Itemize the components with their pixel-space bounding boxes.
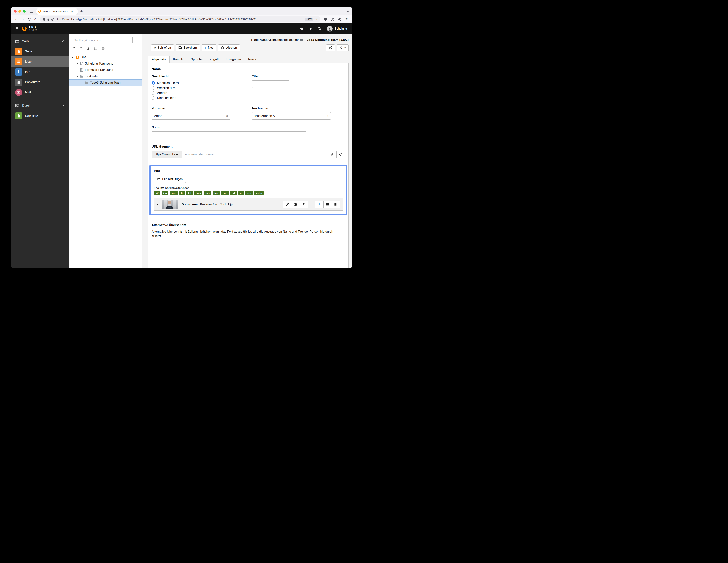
tree-search-input[interactable] <box>72 37 133 43</box>
link-icon[interactable] <box>87 47 90 50</box>
new-button[interactable]: + Neu <box>202 44 216 51</box>
delete-file-button[interactable] <box>300 201 308 208</box>
chevron-right-icon[interactable] <box>76 62 79 65</box>
radio-maennlich[interactable]: Männlich (Herr) <box>152 80 231 85</box>
tab-close-icon[interactable]: × <box>74 10 76 13</box>
key-icon[interactable] <box>51 18 54 21</box>
chevron-down-icon[interactable] <box>71 56 74 59</box>
tab-allgemein[interactable]: Allgemein <box>148 56 170 63</box>
home-icon[interactable]: ⌂ <box>33 17 38 21</box>
sidebar-item-liste[interactable]: Liste <box>11 56 69 67</box>
vorname-input[interactable] <box>152 112 230 120</box>
collapse-panel-icon[interactable]: ‹ <box>134 38 140 42</box>
tab-news[interactable]: News <box>245 56 260 63</box>
clear-input-icon[interactable]: × <box>226 114 228 118</box>
file-thumbnail[interactable] <box>162 200 178 209</box>
account-icon[interactable] <box>329 18 335 21</box>
sort-button[interactable] <box>332 201 340 208</box>
chevron-up-icon[interactable] <box>62 104 65 107</box>
add-image-button[interactable]: Bild hinzufügen <box>154 176 186 183</box>
tab-sprache[interactable]: Sprache <box>187 56 206 63</box>
clear-input-icon[interactable]: × <box>326 114 328 118</box>
folder-icon[interactable] <box>94 47 97 50</box>
file-module-group-icon <box>15 104 19 108</box>
radio-weiblich[interactable]: Weiblich (Frau) <box>152 85 231 90</box>
typo3-brand[interactable]: UKS 12.4.28 <box>22 26 37 32</box>
new-page-plus-icon[interactable] <box>80 47 83 50</box>
bookmark-star-icon[interactable]: ☆ <box>315 18 318 21</box>
tree-node[interactable]: Testseiten <box>69 73 142 79</box>
reload-icon[interactable] <box>26 18 32 21</box>
clear-cache-bolt-icon[interactable] <box>309 27 312 31</box>
zoom-level-badge[interactable]: 133% <box>305 18 313 21</box>
close-button[interactable]: × Schließen <box>151 44 174 51</box>
menu-icon[interactable]: ≡ <box>343 17 350 21</box>
radio-andere[interactable]: Andere <box>152 90 231 95</box>
tree-node-root[interactable]: UKS <box>69 54 142 60</box>
tab-zugriff[interactable]: Zugriff <box>206 56 222 63</box>
modules-grid-icon[interactable] <box>11 23 22 34</box>
extensions-icon[interactable] <box>336 18 343 21</box>
name-input[interactable] <box>152 131 306 139</box>
new-tab-button[interactable]: + <box>80 9 83 14</box>
chevron-up-icon[interactable] <box>62 40 65 43</box>
visibility-toggle-button[interactable] <box>291 201 300 208</box>
privacy-shield-icon[interactable] <box>322 18 328 21</box>
browser-tab[interactable]: Adresse "Mustermann A, Anton × <box>36 8 78 15</box>
nachname-input[interactable] <box>252 112 331 120</box>
url-text[interactable]: https://www.uks.eu/typo3/record/edit?edi… <box>56 18 303 21</box>
module-group-datei[interactable]: Datei <box>11 101 69 111</box>
sidebar-item-dateiliste[interactable]: Dateiliste <box>11 111 69 121</box>
titel-label: Titel <box>252 75 345 78</box>
module-menu: Web Seite Liste <box>11 34 69 268</box>
share-button[interactable]: ▾ <box>337 44 349 51</box>
tree-node[interactable]: Schulung Teamseite <box>69 60 142 67</box>
collapse-all-icon[interactable] <box>101 47 105 50</box>
edit-file-button[interactable] <box>283 201 291 208</box>
tree-node-label: Testseiten <box>85 74 99 78</box>
extension-badge: jpg <box>162 191 169 195</box>
bookmark-icon[interactable] <box>300 27 304 31</box>
user-menu[interactable]: Schulung <box>327 26 347 31</box>
file-info-button[interactable]: i <box>315 201 324 208</box>
typo3-version: 12.4.28 <box>29 29 37 32</box>
tab-kontakt[interactable]: Kontakt <box>170 56 187 63</box>
tab-kategorien[interactable]: Kategorien <box>222 56 245 63</box>
back-icon[interactable]: ← <box>14 17 19 21</box>
tab-list-chevron-icon[interactable] <box>346 10 349 13</box>
zoom-window-button[interactable] <box>23 10 26 13</box>
url-segment-toggle-button[interactable] <box>328 151 337 158</box>
alt-heading-textarea[interactable] <box>152 241 306 257</box>
sidebar-item-seite[interactable]: Seite <box>11 46 69 56</box>
url-segment-input[interactable] <box>182 151 328 158</box>
minimize-window-button[interactable] <box>18 10 21 13</box>
save-button[interactable]: Speichern <box>176 44 200 51</box>
tree-node-selected[interactable]: Typo3-Schulung Team <box>69 79 142 86</box>
expand-caret-icon[interactable] <box>156 203 159 206</box>
doc-header: Pfad: /Daten/Kontakte/Testseiten/ Typo3-… <box>142 34 352 51</box>
delete-button[interactable]: Löschen <box>218 44 240 51</box>
lock-icon[interactable] <box>47 18 50 21</box>
pencil-icon <box>286 203 289 206</box>
extension-badge: gif <box>154 191 160 195</box>
tracking-shield-icon[interactable] <box>43 18 45 21</box>
chevron-down-icon[interactable] <box>76 75 79 78</box>
forward-icon[interactable]: → <box>20 17 26 21</box>
new-page-icon[interactable] <box>72 47 76 50</box>
url-segment-recalculate-button[interactable] <box>336 151 345 158</box>
sidebar-toggle-icon[interactable] <box>30 10 33 13</box>
close-window-button[interactable] <box>14 10 17 13</box>
drag-handle-button[interactable] <box>323 201 332 208</box>
sidebar-item-info[interactable]: i Info <box>11 67 69 77</box>
radio-nicht-definiert[interactable]: Nicht definiert <box>152 95 231 100</box>
kebab-menu-icon[interactable]: ⋮ <box>135 47 139 50</box>
search-icon[interactable] <box>318 27 321 31</box>
url-field[interactable]: https://www.uks.eu/typo3/record/edit?edi… <box>40 16 320 22</box>
sidebar-item-mail[interactable]: Mail <box>11 87 69 97</box>
module-group-web[interactable]: Web <box>11 36 69 46</box>
tree-node[interactable]: Formulare Schulung <box>69 67 142 73</box>
sidebar-item-papierkorb[interactable]: Papierkorb <box>11 77 69 87</box>
bild-label: Bild <box>154 169 343 173</box>
open-in-new-window-button[interactable] <box>326 44 335 51</box>
titel-input[interactable] <box>252 80 289 88</box>
